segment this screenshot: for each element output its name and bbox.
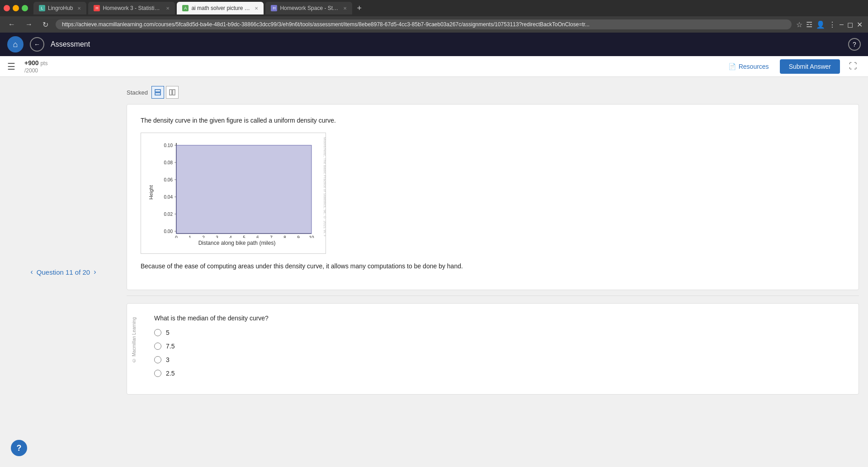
restore-icon[interactable]: ◻: [847, 20, 853, 29]
answer-content: What is the median of the density curve?…: [154, 315, 845, 377]
url-input[interactable]: [56, 19, 792, 29]
tab-ai-solver[interactable]: A ai math solver picture - Search ✕: [177, 2, 264, 14]
chart-copyright: Moore/Notz, The Basic Practice of Statis…: [323, 137, 327, 237]
svg-rect-2: [170, 90, 172, 95]
more-icon[interactable]: ⋮: [829, 20, 836, 29]
view-toggle: [151, 86, 179, 99]
svg-rect-3: [173, 90, 175, 95]
svg-rect-29: [176, 145, 311, 234]
svg-text:7: 7: [270, 235, 273, 238]
option-5[interactable]: 5: [154, 329, 845, 336]
question-description-card: The density curve in the given figure is…: [127, 104, 859, 290]
tab-lingro[interactable]: L LingroHub ✕: [33, 2, 86, 14]
label-7.5: 7.5: [166, 343, 175, 350]
svg-text:0.04: 0.04: [164, 195, 173, 200]
svg-text:2: 2: [202, 235, 205, 238]
svg-rect-1: [155, 93, 160, 95]
svg-text:0.08: 0.08: [164, 160, 173, 165]
option-3[interactable]: 3: [154, 356, 845, 363]
radio-2.5[interactable]: [154, 370, 161, 377]
next-question-button[interactable]: ›: [94, 268, 96, 276]
question-navigation: ‹ Question 11 of 20 ›: [0, 86, 127, 458]
answer-card: © Macmillan Learning What is the median …: [127, 303, 859, 395]
minimize-icon[interactable]: –: [840, 20, 844, 29]
tab-bar: L LingroHub ✕ H Homework 3 - Statistical…: [0, 0, 868, 16]
tab-studyx[interactable]: H Homework Space - StudyX ✕: [265, 2, 352, 14]
tab-homework3[interactable]: H Homework 3 - Statistical Method... ✕: [88, 2, 175, 14]
label-2.5: 2.5: [166, 370, 175, 377]
points-value: +900: [24, 59, 39, 67]
bookmark-icon[interactable]: ☆: [796, 20, 802, 29]
svg-text:0: 0: [175, 235, 178, 238]
svg-text:0.10: 0.10: [164, 143, 173, 148]
view-toggle-row: Stacked: [127, 86, 859, 99]
side-by-side-view-button[interactable]: [166, 86, 179, 99]
separator: [127, 295, 859, 296]
label-5: 5: [166, 329, 170, 336]
svg-text:4: 4: [229, 235, 232, 238]
back-to-course-button[interactable]: ←: [30, 37, 44, 52]
browser-actions: ☆ ☲ 👤 ⋮ – ◻ ✕: [796, 20, 863, 29]
browser-chrome: L LingroHub ✕ H Homework 3 - Statistical…: [0, 0, 868, 33]
submit-answer-button[interactable]: Submit Answer: [780, 59, 840, 74]
floating-help-button[interactable]: ?: [11, 440, 27, 456]
chart-wrapper: Height 0.10 0.08: [141, 133, 326, 261]
chart-area: Height 0.10 0.08: [148, 138, 318, 246]
menu-icon[interactable]: ☰: [7, 61, 15, 72]
profile-icon[interactable]: 👤: [816, 20, 825, 29]
points-display: +900 pts /2000: [24, 59, 47, 74]
question-description: The density curve in the given figure is…: [141, 115, 845, 125]
svg-text:3: 3: [216, 235, 218, 238]
help-button[interactable]: ?: [848, 38, 861, 51]
main-content: ‹ Question 11 of 20 › Stacked: [0, 77, 868, 467]
label-3: 3: [166, 356, 170, 363]
address-bar: ← → ↻ ☆ ☲ 👤 ⋮ – ◻ ✕: [0, 16, 868, 33]
svg-text:5: 5: [243, 235, 245, 238]
stacked-view-button[interactable]: [151, 86, 164, 99]
question-content: Stacked The density curve in the: [127, 86, 868, 458]
chart-container: Height 0.10 0.08: [141, 133, 326, 254]
svg-text:6: 6: [256, 235, 259, 238]
pts-label: pts: [40, 60, 47, 67]
forward-button[interactable]: →: [23, 19, 35, 29]
stacked-label: Stacked: [127, 89, 148, 96]
macmillan-label: © Macmillan Learning: [132, 317, 137, 363]
new-tab-button[interactable]: +: [354, 4, 364, 13]
svg-text:1: 1: [189, 235, 191, 238]
prev-question-button[interactable]: ‹: [30, 268, 33, 276]
home-button[interactable]: ⌂: [7, 36, 24, 52]
close-window-icon[interactable]: ✕: [857, 20, 863, 29]
x-axis-label: Distance along bike path (miles): [156, 240, 318, 246]
svg-text:8: 8: [283, 235, 286, 238]
chart-inner: 0.10 0.08 0.06 0.04 0.02 0.00: [156, 138, 318, 246]
toolbar: ☰ +900 pts /2000 📄 Resources Submit Answ…: [0, 56, 868, 77]
option-7.5[interactable]: 7.5: [154, 343, 845, 350]
svg-text:9: 9: [297, 235, 300, 238]
question-description2: Because of the ease of computing areas u…: [141, 261, 845, 271]
svg-text:0.06: 0.06: [164, 177, 173, 182]
question-counter: Question 11 of 20: [37, 268, 90, 276]
resources-button[interactable]: 📄 Resources: [723, 60, 774, 73]
chart-svg: 0.10 0.08 0.06 0.04 0.02 0.00: [156, 138, 318, 238]
svg-rect-0: [155, 90, 160, 92]
radio-5[interactable]: [154, 329, 161, 336]
extensions-icon[interactable]: ☲: [806, 20, 812, 29]
answer-question: What is the median of the density curve?: [154, 315, 845, 322]
option-2.5[interactable]: 2.5: [154, 370, 845, 377]
window-controls: [4, 5, 28, 11]
refresh-button[interactable]: ↻: [40, 19, 51, 30]
svg-text:0.00: 0.00: [164, 229, 173, 234]
svg-text:10: 10: [309, 235, 314, 238]
radio-3[interactable]: [154, 356, 161, 363]
back-button[interactable]: ←: [5, 19, 18, 29]
radio-7.5[interactable]: [154, 343, 161, 350]
svg-text:0.02: 0.02: [164, 212, 173, 217]
total-label: /2000: [24, 67, 38, 74]
fullscreen-button[interactable]: ⛶: [845, 60, 861, 73]
resources-icon: 📄: [728, 63, 736, 70]
y-axis-label: Height: [148, 138, 154, 246]
page-title: Assessment: [51, 40, 842, 48]
app-header: ⌂ ← Assessment ?: [0, 33, 868, 56]
